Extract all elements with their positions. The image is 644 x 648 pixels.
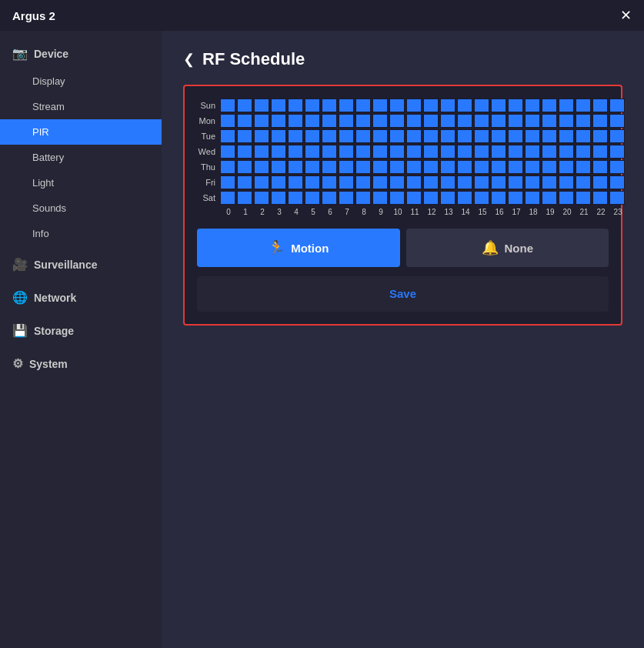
grid-cell[interactable]: [271, 145, 286, 159]
grid-cell[interactable]: [389, 175, 405, 189]
grid-cell[interactable]: [508, 175, 523, 189]
grid-cell[interactable]: [423, 160, 439, 174]
grid-cell[interactable]: [389, 114, 405, 128]
save-button[interactable]: Save: [389, 287, 416, 300]
grid-cell[interactable]: [389, 145, 405, 159]
grid-cell[interactable]: [271, 191, 286, 205]
grid-cell[interactable]: [254, 191, 269, 205]
grid-cell[interactable]: [271, 114, 286, 128]
grid-cell[interactable]: [592, 99, 608, 112]
grid-cell[interactable]: [457, 160, 472, 174]
grid-cell[interactable]: [322, 160, 337, 174]
grid-cell[interactable]: [542, 175, 557, 189]
grid-cell[interactable]: [254, 99, 269, 112]
grid-cell[interactable]: [559, 129, 574, 143]
grid-cell[interactable]: [508, 114, 523, 128]
grid-cell[interactable]: [254, 175, 269, 189]
grid-cell[interactable]: [440, 175, 455, 189]
grid-cell[interactable]: [305, 175, 320, 189]
grid-cell[interactable]: [406, 145, 422, 159]
grid-cell[interactable]: [389, 191, 405, 205]
grid-cell[interactable]: [389, 129, 405, 143]
grid-cell[interactable]: [423, 175, 439, 189]
grid-cell[interactable]: [592, 145, 608, 159]
sidebar-item-pir[interactable]: PIR: [0, 119, 162, 145]
sidebar-section-header-network[interactable]: 🌐Network: [0, 282, 162, 312]
grid-cell[interactable]: [389, 160, 405, 174]
grid-cell[interactable]: [237, 175, 252, 189]
grid-cell[interactable]: [508, 129, 523, 143]
grid-cell[interactable]: [592, 160, 608, 174]
grid-cell[interactable]: [406, 160, 422, 174]
grid-cell[interactable]: [339, 191, 354, 205]
grid-cell[interactable]: [322, 145, 337, 159]
grid-cell[interactable]: [491, 175, 506, 189]
grid-cell[interactable]: [355, 175, 371, 189]
back-button[interactable]: ❮: [183, 51, 195, 68]
grid-cell[interactable]: [237, 99, 252, 112]
grid-cell[interactable]: [237, 145, 252, 159]
grid-cell[interactable]: [440, 191, 455, 205]
grid-cell[interactable]: [339, 114, 354, 128]
sidebar-item-light[interactable]: Light: [0, 170, 162, 195]
grid-cell[interactable]: [423, 191, 439, 205]
grid-cell[interactable]: [491, 129, 506, 143]
grid-cell[interactable]: [322, 99, 337, 112]
grid-cell[interactable]: [220, 114, 235, 128]
grid-cell[interactable]: [474, 175, 489, 189]
grid-cell[interactable]: [288, 175, 303, 189]
grid-cell[interactable]: [508, 191, 523, 205]
grid-cell[interactable]: [457, 191, 472, 205]
grid-cell[interactable]: [220, 145, 235, 159]
grid-cell[interactable]: [339, 160, 354, 174]
grid-cell[interactable]: [542, 129, 557, 143]
grid-cell[interactable]: [609, 191, 625, 205]
grid-cell[interactable]: [288, 99, 303, 112]
grid-cell[interactable]: [355, 129, 371, 143]
grid-cell[interactable]: [474, 160, 489, 174]
grid-cell[interactable]: [406, 99, 422, 112]
grid-cell[interactable]: [355, 99, 371, 112]
grid-cell[interactable]: [254, 114, 269, 128]
grid-cell[interactable]: [271, 99, 286, 112]
grid-cell[interactable]: [440, 114, 455, 128]
grid-cell[interactable]: [576, 160, 591, 174]
grid-cell[interactable]: [609, 114, 625, 128]
sidebar-section-header-surveillance[interactable]: 🎥Surveillance: [0, 249, 162, 279]
sidebar-item-battery[interactable]: Battery: [0, 145, 162, 170]
grid-cell[interactable]: [542, 145, 557, 159]
grid-cell[interactable]: [305, 191, 320, 205]
grid-cell[interactable]: [271, 129, 286, 143]
grid-cell[interactable]: [508, 145, 523, 159]
sidebar-section-header-storage[interactable]: 💾Storage: [0, 316, 162, 346]
grid-cell[interactable]: [372, 99, 388, 112]
grid-cell[interactable]: [254, 145, 269, 159]
grid-cell[interactable]: [423, 129, 439, 143]
grid-cell[interactable]: [372, 191, 388, 205]
grid-cell[interactable]: [542, 160, 557, 174]
grid-cell[interactable]: [254, 160, 269, 174]
grid-cell[interactable]: [237, 160, 252, 174]
grid-cell[interactable]: [355, 160, 371, 174]
grid-cell[interactable]: [542, 114, 557, 128]
grid-cell[interactable]: [355, 114, 371, 128]
grid-cell[interactable]: [592, 191, 608, 205]
grid-cell[interactable]: [322, 129, 337, 143]
grid-cell[interactable]: [576, 175, 591, 189]
grid-cell[interactable]: [542, 191, 557, 205]
grid-cell[interactable]: [372, 175, 388, 189]
grid-cell[interactable]: [440, 160, 455, 174]
grid-cell[interactable]: [406, 175, 422, 189]
grid-cell[interactable]: [423, 99, 439, 112]
grid-cell[interactable]: [525, 160, 540, 174]
grid-cell[interactable]: [525, 99, 540, 112]
grid-cell[interactable]: [372, 129, 388, 143]
grid-cell[interactable]: [355, 191, 371, 205]
sidebar-item-info[interactable]: Info: [0, 221, 162, 246]
grid-cell[interactable]: [592, 129, 608, 143]
grid-cell[interactable]: [237, 114, 252, 128]
grid-cell[interactable]: [457, 175, 472, 189]
grid-cell[interactable]: [322, 175, 337, 189]
grid-cell[interactable]: [406, 129, 422, 143]
grid-cell[interactable]: [576, 129, 591, 143]
